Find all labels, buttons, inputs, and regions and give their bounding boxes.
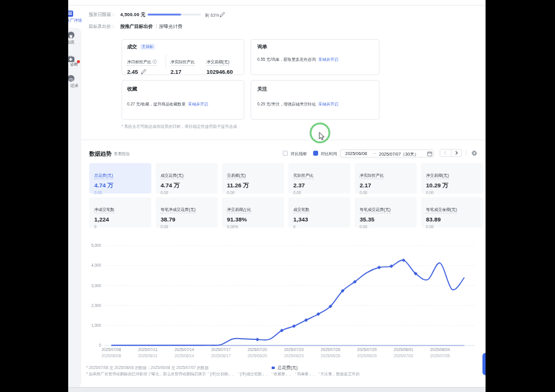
svg-text:2025/07/14: 2025/07/14 <box>175 347 195 352</box>
metric-card[interactable]: 交易额(元)11.26 万0.00 <box>222 163 284 194</box>
view-report-link[interactable]: 查看报告 <box>114 151 130 157</box>
goal-card-desc: 0.27 元/收藏，提升商品收藏数量 <box>127 102 185 107</box>
goal-card-deal: 成交 主目标 净目标投产比 2.45 净实际投产比 2.17 净交易额(元) 1… <box>122 39 244 75</box>
svg-text:2025/07/29: 2025/07/29 <box>357 347 377 352</box>
metric-card[interactable]: 总花费(元)4.74 万0.00 <box>89 163 151 194</box>
svg-text:5,000: 5,000 <box>91 243 101 247</box>
metric-card-subvalue: 0.00 <box>360 225 412 229</box>
svg-text:2025/07/08: 2025/07/08 <box>102 347 122 352</box>
svg-text:2025/06/23: 2025/06/23 <box>284 354 304 358</box>
compare-time-label: 对比时间 <box>321 151 337 157</box>
detail-nav-icon[interactable] <box>68 11 73 17</box>
bulb-icon[interactable] <box>71 32 74 38</box>
metric-card[interactable]: 净交易额(元)10.29 万0.00 <box>421 163 483 194</box>
sidebar-item-detail[interactable]: 推广详情 <box>68 18 92 22</box>
metric-card-value: 91.38% <box>227 216 279 223</box>
metric-label: 净实际投产比 <box>171 60 195 66</box>
metric-value: 2.45 <box>127 69 138 75</box>
svg-text:2025/08/04: 2025/08/04 <box>430 347 450 352</box>
edit-roi-icon[interactable] <box>141 69 146 74</box>
sidebar-item-creative[interactable]: 创意 <box>68 40 89 44</box>
metric-card[interactable]: 净成交笔数1,2240 <box>89 197 151 228</box>
metric-card[interactable]: 净交易额占比91.38%0.00% <box>222 197 284 228</box>
goal-card-inquiry: 询单 0.55 元/询单，获取更多意向咨询 采纳并开启 <box>251 39 380 75</box>
compare-time-checkbox[interactable] <box>313 151 318 156</box>
metric-card-label: 实际投产比 <box>293 173 314 179</box>
calendar-icon <box>427 151 432 156</box>
metric-card-subvalue: 0.00 <box>227 190 279 195</box>
goal-card-title: 关注 <box>257 86 379 92</box>
budget-label: 预算日限额： <box>89 12 115 17</box>
metric-card-label: 净成交笔数 <box>94 207 115 213</box>
info-icon[interactable] <box>153 60 157 64</box>
chart-legend[interactable]: 总花费(元) <box>272 365 298 371</box>
adopt-enable-link[interactable]: 采纳并开启 <box>318 102 339 107</box>
metric-card-subvalue: 0 <box>293 225 345 229</box>
goal-card-desc: 0.29 元/关注，增强店铺关注转化 <box>257 102 316 107</box>
next-period-button[interactable] <box>451 149 462 156</box>
metric-card-label: 每笔成交金额(元) <box>426 207 457 213</box>
svg-text:2025/06/11: 2025/06/11 <box>138 354 158 358</box>
metric-card[interactable]: 实际投产比2.370.00 <box>288 163 350 194</box>
metric-card-subvalue: 0.00 <box>161 225 213 229</box>
metric-divider <box>166 55 166 69</box>
edit-budget-icon[interactable] <box>220 12 225 17</box>
metric-card-label: 净交易额占比 <box>227 207 251 213</box>
metric-card[interactable]: 成交花费(元)4.74 万0.00 <box>156 163 218 194</box>
metric-card-value: 2.17 <box>360 182 412 189</box>
target-label: 目标及出价： <box>89 24 115 29</box>
svg-text:2025/06/17: 2025/06/17 <box>211 354 231 358</box>
prev-period-button[interactable] <box>440 149 451 156</box>
metric-value: 2.17 <box>171 69 202 75</box>
svg-text:2,000: 2,000 <box>91 303 101 308</box>
spend-trend-chart[interactable]: 01,0002,0003,0004,0005,0002025/07/082025… <box>68 236 486 365</box>
date-pager <box>440 149 462 157</box>
legend-marker <box>272 367 275 370</box>
sidebar-item-records[interactable]: 记录 <box>68 83 93 87</box>
metric-card-subvalue: 0.00% <box>227 225 279 229</box>
metric-card-label: 总花费(元) <box>94 173 113 179</box>
tab-exposure-bid[interactable]: 按曝光计费 <box>159 24 183 30</box>
adopt-enable-link[interactable]: 采纳并开启 <box>188 102 208 107</box>
metric-card-subvalue: 0 <box>94 225 146 229</box>
svg-text:4,000: 4,000 <box>91 263 101 267</box>
clock-icon[interactable] <box>71 75 74 82</box>
metric-card[interactable]: 净实际投产比2.170.00 <box>355 163 417 194</box>
svg-text:2025/08/01: 2025/08/01 <box>394 347 414 352</box>
app-window: 推广详情 创意 诊断 记录 预算日限额： 4,500.00 元 剩 63% 目标… <box>68 0 486 392</box>
date-start: 2025/06/08 <box>345 151 367 156</box>
option-separator <box>156 24 157 29</box>
sidebar-item-diagnosis[interactable]: 诊断 <box>68 62 93 66</box>
budget-value: 4,500.00 元 <box>120 12 146 17</box>
svg-text:2025/06/14: 2025/06/14 <box>175 354 195 358</box>
metric-card-value: 35.35 <box>360 216 412 223</box>
metric-card-value: 4.74 万 <box>94 182 146 189</box>
adopt-enable-link[interactable]: 采纳并开启 <box>318 57 339 63</box>
goal-card-title: 收藏 <box>127 86 244 92</box>
metric-card[interactable]: 每笔净成交花费(元)38.790.00 <box>156 197 218 228</box>
metric-card[interactable]: 成交笔数1,3430 <box>288 197 350 228</box>
metric-card-label: 成交花费(元) <box>161 173 184 179</box>
svg-text:1,000: 1,000 <box>91 323 101 327</box>
metric-card-label: 成交笔数 <box>293 207 309 213</box>
metric-card[interactable]: 每笔成交花费(元)35.350.00 <box>355 197 417 228</box>
svg-text:2025/06/20: 2025/06/20 <box>247 354 267 358</box>
svg-text:3,000: 3,000 <box>91 283 101 288</box>
tab-target-bid[interactable]: 按推广目标出价 <box>120 24 153 30</box>
date-range-picker[interactable]: 2025/06/08 ~ 2025/07/07（30天） <box>340 149 434 158</box>
mouse-cursor <box>319 132 326 141</box>
metric-card[interactable]: 每笔成交金额(元)83.890.00 <box>421 197 483 228</box>
metric-label: 净目标投产比 <box>127 60 157 66</box>
floating-side-tab[interactable] <box>482 353 486 375</box>
compare-metric-label: 对比指标 <box>291 151 307 157</box>
compare-metric-checkbox[interactable] <box>283 151 288 156</box>
svg-text:2025/07/20: 2025/07/20 <box>247 347 267 352</box>
horizontal-scrollbar[interactable] <box>68 387 486 392</box>
svg-text:2025/06/29: 2025/06/29 <box>357 354 377 358</box>
gear-icon[interactable] <box>471 150 477 156</box>
goal-card-favorite: 收藏 0.27 元/收藏，提升商品收藏数量 采纳并开启 <box>122 80 244 120</box>
metric-card-subvalue: 0.00 <box>94 190 146 195</box>
trends-title: 数据趋势 <box>89 150 112 158</box>
metric-card-value: 38.79 <box>161 216 213 223</box>
main-goal-badge: 主目标 <box>140 44 155 50</box>
